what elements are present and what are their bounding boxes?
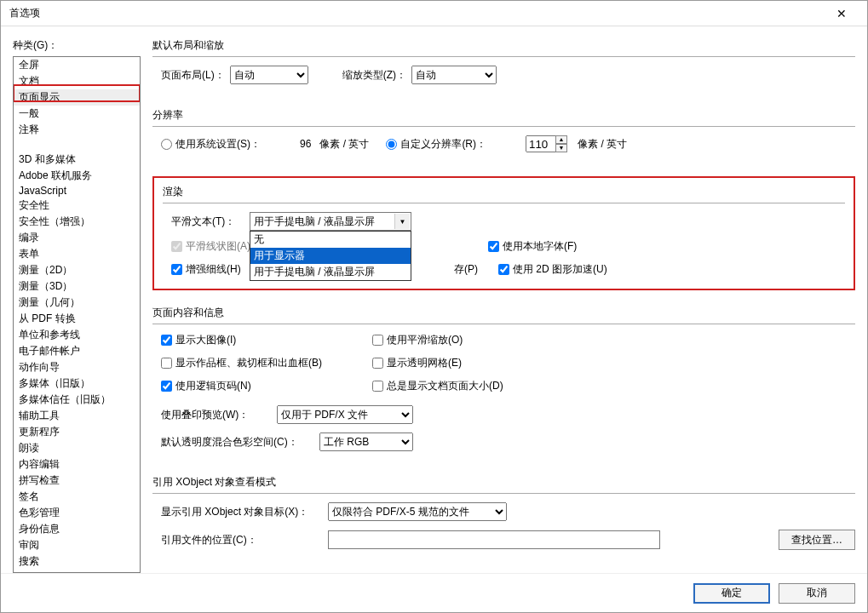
enhance-hairlines-checkbox[interactable]: 增强细线(H)	[171, 262, 262, 277]
category-item[interactable]: 全屏	[14, 57, 140, 73]
chevron-down-icon: ▼	[555, 144, 567, 152]
category-item[interactable]: 辅助工具	[14, 408, 140, 424]
divider	[152, 126, 855, 127]
divider	[163, 203, 845, 203]
category-item[interactable]: 多媒体信任（旧版）	[14, 392, 140, 408]
use-logical-page-numbers-checkbox[interactable]: 使用逻辑页码(N)	[161, 379, 352, 393]
category-item[interactable]: 编录	[14, 230, 140, 246]
category-item[interactable]: 审阅	[14, 537, 140, 553]
dpi-unit: 像素 / 英寸	[578, 137, 627, 152]
category-item[interactable]: Adobe 联机服务	[14, 168, 140, 184]
group-layout-zoom: 默认布局和缩放 页面布局(L)： 自动 缩放类型(Z)： 自动	[152, 38, 855, 93]
category-label: 种类(G)：	[13, 38, 141, 53]
custom-resolution-radio[interactable]: 自定义分辨率(R)：	[386, 137, 486, 152]
group-page-content: 页面内容和信息 显示大图像(I) 使用平滑缩放(O) 显示作品框、裁切框和出血框…	[152, 306, 855, 460]
category-item[interactable]: 3D 和多媒体	[14, 152, 140, 168]
zoom-type-label: 缩放类型(Z)：	[342, 68, 406, 83]
category-item[interactable]: 电子邮件帐户	[14, 343, 140, 359]
category-item[interactable]: 内容编辑	[14, 456, 140, 473]
category-item[interactable]: 表单	[14, 246, 140, 262]
smooth-lineart-checkbox[interactable]: 平滑线状图(A)	[171, 239, 262, 254]
group-title: 分辨率	[152, 108, 855, 123]
xobject-location-field[interactable]	[328, 530, 660, 549]
category-item[interactable]: 更新程序	[14, 424, 140, 440]
category-item[interactable]: 安全性（增强）	[14, 214, 140, 230]
zoom-type-select[interactable]: 自动	[411, 66, 497, 84]
category-column: 种类(G)： 全屏文档页面显示一般注释3D 和多媒体Adobe 联机服务Java…	[13, 38, 141, 573]
xobject-target-select[interactable]: 仅限符合 PDF/X-5 规范的文件	[328, 502, 507, 521]
divider	[152, 56, 855, 57]
blend-colorspace-select[interactable]: 工作 RGB	[319, 433, 413, 451]
overprint-preview-select[interactable]: 仅用于 PDF/X 文件	[277, 405, 413, 424]
dropdown-option[interactable]: 无	[250, 232, 411, 248]
category-item[interactable]: 测量（3D）	[14, 278, 140, 295]
preferences-window: 首选项 ✕ 种类(G)： 全屏文档页面显示一般注释3D 和多媒体Adobe 联机…	[0, 0, 868, 613]
custom-resolution-input[interactable]	[526, 135, 556, 152]
always-show-page-size-checkbox[interactable]: 总是显示文档页面大小(D)	[372, 379, 580, 393]
use-2d-accel-checkbox[interactable]: 使用 2D 图形加速(U)	[498, 262, 607, 277]
category-list[interactable]: 全屏文档页面显示一般注释3D 和多媒体Adobe 联机服务JavaScript安…	[13, 56, 141, 573]
group-title: 渲染	[163, 185, 845, 199]
dropdown-option[interactable]: 用于手提电脑 / 液晶显示屏	[250, 264, 411, 280]
category-item[interactable]: 身份信息	[14, 521, 140, 537]
show-art-boxes-checkbox[interactable]: 显示作品框、裁切框和出血框(B)	[161, 356, 352, 370]
system-dpi-value: 96	[300, 138, 311, 150]
category-item[interactable]: 页面显示	[14, 89, 140, 106]
titlebar: 首选项 ✕	[1, 1, 867, 26]
group-title: 默认布局和缩放	[152, 38, 855, 53]
divider	[152, 493, 855, 494]
category-item[interactable]: 一般	[14, 106, 140, 122]
category-item[interactable]: 安全性	[14, 198, 140, 214]
page-cache-label-suffix: 存(P)	[454, 262, 478, 277]
resolution-stepper[interactable]: ▲▼	[555, 135, 567, 152]
group-title: 页面内容和信息	[152, 306, 855, 320]
cancel-button[interactable]: 取消	[779, 583, 855, 604]
category-item[interactable]	[14, 138, 140, 152]
category-item[interactable]: 多媒体（旧版）	[14, 375, 140, 392]
smooth-text-dropdown[interactable]: 无用于显示器用于手提电脑 / 液晶显示屏	[250, 231, 411, 281]
chevron-down-icon: ▼	[394, 214, 410, 229]
category-item[interactable]: 签名	[14, 489, 140, 505]
overprint-preview-label: 使用叠印预览(W)：	[161, 408, 272, 422]
group-title: 引用 XObject 对象查看模式	[152, 475, 855, 490]
use-system-resolution-radio[interactable]: 使用系统设置(S)：	[161, 137, 261, 152]
category-item[interactable]: 朗读	[14, 440, 140, 456]
category-item[interactable]: 测量（2D）	[14, 262, 140, 278]
dropdown-option[interactable]: 用于显示器	[250, 248, 411, 264]
divider	[152, 324, 855, 324]
group-render: 渲染 平滑文本(T)： 用于手提电脑 / 液晶显示屏 ▼ 无用于显示器用于手提电…	[152, 176, 855, 290]
settings-panel: 默认布局和缩放 页面布局(L)： 自动 缩放类型(Z)： 自动 分辨率	[152, 38, 855, 573]
show-large-images-checkbox[interactable]: 显示大图像(I)	[161, 333, 352, 347]
xobject-target-label: 显示引用 XObject 对象目标(X)：	[161, 505, 323, 519]
xobject-location-label: 引用文件的位置(C)：	[161, 533, 323, 547]
group-resolution: 分辨率 使用系统设置(S)： 96 像素 / 英寸 自定义分辨率(R)：	[152, 108, 855, 161]
category-item[interactable]: 信任管理器	[14, 570, 140, 573]
category-item[interactable]: 注释	[14, 122, 140, 138]
dpi-unit: 像素 / 英寸	[319, 137, 369, 152]
category-item[interactable]: 动作向导	[14, 359, 140, 375]
blend-colorspace-label: 默认透明度混合色彩空间(C)：	[161, 435, 314, 450]
smooth-text-select[interactable]: 用于手提电脑 / 液晶显示屏 ▼ 无用于显示器用于手提电脑 / 液晶显示屏	[250, 212, 411, 231]
category-item[interactable]: 从 PDF 转换	[14, 311, 140, 327]
ok-button[interactable]: 确定	[693, 583, 770, 604]
chevron-up-icon: ▲	[555, 135, 567, 144]
show-transparency-grid-checkbox[interactable]: 显示透明网格(E)	[372, 356, 580, 370]
use-local-fonts-checkbox[interactable]: 使用本地字体(F)	[488, 239, 577, 254]
category-item[interactable]: 拼写检查	[14, 473, 140, 489]
use-smooth-zoom-checkbox[interactable]: 使用平滑缩放(O)	[372, 333, 580, 347]
category-item[interactable]: 文档	[14, 73, 140, 89]
smooth-text-label: 平滑文本(T)：	[171, 215, 244, 229]
find-location-button[interactable]: 查找位置…	[779, 530, 855, 550]
category-item[interactable]: 单位和参考线	[14, 327, 140, 343]
category-item[interactable]: 色彩管理	[14, 505, 140, 521]
page-layout-label: 页面布局(L)：	[161, 68, 225, 83]
dialog-footer: 确定 取消	[1, 573, 867, 612]
window-title: 首选项	[9, 6, 825, 20]
content-area: 种类(G)： 全屏文档页面显示一般注释3D 和多媒体Adobe 联机服务Java…	[1, 26, 867, 573]
page-layout-select[interactable]: 自动	[230, 66, 308, 84]
category-item[interactable]: 搜索	[14, 553, 140, 570]
close-icon[interactable]: ✕	[825, 7, 859, 20]
category-item[interactable]: 测量（几何）	[14, 295, 140, 311]
group-xobject: 引用 XObject 对象查看模式 显示引用 XObject 对象目标(X)： …	[152, 475, 855, 559]
category-item[interactable]: JavaScript	[14, 184, 140, 198]
